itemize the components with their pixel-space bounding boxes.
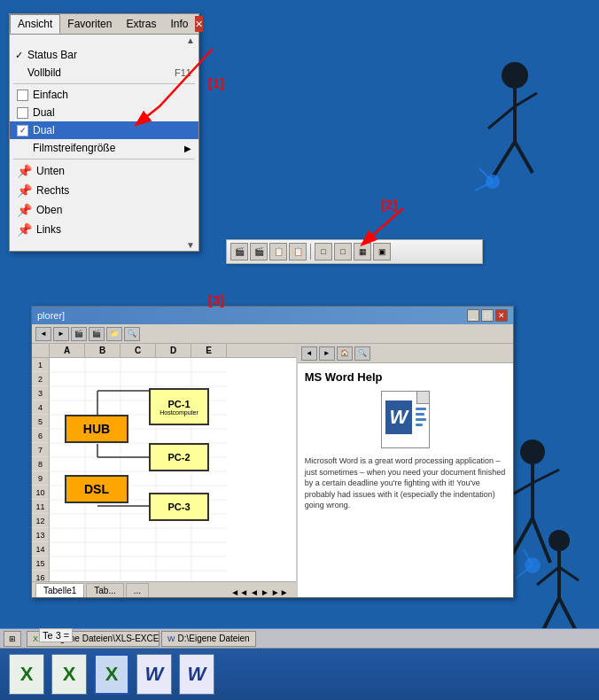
svg-point-15 bbox=[548, 530, 570, 551]
explorer-toolbar: ◄ ► 🎬 🎬 📁 🔍 bbox=[32, 324, 513, 344]
col-header-c[interactable]: C bbox=[121, 344, 156, 357]
explorer-content: A B C D E 1 2 3 4 5 6 7 8 9 bbox=[32, 344, 513, 597]
excel-tab-2[interactable]: Tab... bbox=[86, 583, 123, 597]
excel-body: 1 2 3 4 5 6 7 8 9 10 11 12 13 14 15 16 1 bbox=[32, 358, 296, 581]
statusbar-checkmark: ✓ bbox=[15, 50, 23, 61]
col-header-a[interactable]: A bbox=[50, 344, 85, 357]
explorer-minimize-btn[interactable]: _ bbox=[467, 309, 479, 322]
app-icon-excel-1[interactable]: X bbox=[9, 654, 44, 695]
menu-tab-ansicht[interactable]: Ansicht bbox=[10, 14, 60, 34]
col-header-b[interactable]: B bbox=[85, 344, 121, 357]
excel-tab-1[interactable]: Tabelle1 bbox=[35, 583, 84, 597]
word-icon-1: W bbox=[167, 634, 175, 643]
explorer-window: plorer] _ □ ✕ ◄ ► 🎬 🎬 📁 🔍 A B C D E bbox=[31, 306, 514, 598]
toolbar-btn-3[interactable]: 📋 bbox=[269, 243, 287, 261]
row-num-8: 8 bbox=[32, 457, 49, 471]
excel-row-numbers: 1 2 3 4 5 6 7 8 9 10 11 12 13 14 15 16 1 bbox=[32, 358, 50, 581]
formula-display: Te 3 = bbox=[39, 628, 73, 642]
word-app-symbol-1: W bbox=[145, 663, 164, 686]
menu-item-oben[interactable]: 📌 Oben bbox=[10, 200, 198, 220]
excel-icon-1: X bbox=[33, 634, 38, 643]
word-help-pane: ◄ ► 🏠 🔍 MS Word Help W bbox=[297, 344, 513, 597]
row-num-1: 1 bbox=[32, 358, 49, 372]
excel-column-headers: A B C D E bbox=[32, 344, 296, 358]
explorer-titlebar: plorer] _ □ ✕ bbox=[32, 307, 513, 324]
toolbar-icon-4[interactable]: 🔍 bbox=[124, 327, 140, 341]
annotation-3: [3] bbox=[208, 292, 224, 307]
menu-separator-2 bbox=[13, 159, 195, 159]
toolbar-icon-3[interactable]: 📁 bbox=[106, 327, 122, 341]
word-app-symbol-2: W bbox=[188, 663, 206, 686]
menu-item-unten[interactable]: 📌 Unten bbox=[10, 161, 198, 181]
toolbar-btn-4[interactable]: 📋 bbox=[289, 243, 307, 261]
menu-item-links[interactable]: 📌 Links bbox=[10, 220, 198, 239]
menu-tabs-row: Ansicht Favoriten Extras Info ✕ bbox=[10, 14, 198, 35]
word-toolbar-btn-4[interactable]: 🔍 bbox=[354, 346, 370, 361]
col-header-d[interactable]: D bbox=[156, 344, 191, 357]
svg-line-2 bbox=[488, 106, 515, 128]
col-header-e[interactable]: E bbox=[191, 344, 227, 357]
row-num-7: 7 bbox=[32, 443, 49, 457]
menu-item-statusbar-label: Status Bar bbox=[27, 49, 77, 61]
hub-box: HUB bbox=[65, 415, 128, 443]
word-icon-doc: W bbox=[381, 391, 430, 448]
row-num-15: 15 bbox=[32, 556, 49, 571]
row-num-2: 2 bbox=[32, 372, 49, 386]
toolbar-icon-2[interactable]: 🎬 bbox=[89, 327, 105, 341]
word-pane-title: MS Word Help bbox=[305, 370, 506, 384]
menu-tab-info[interactable]: Info bbox=[163, 15, 195, 33]
app-icon-excel-2[interactable]: X bbox=[51, 654, 87, 695]
einfach-checkbox[interactable] bbox=[17, 89, 28, 101]
nav-back-btn[interactable]: ◄ bbox=[35, 327, 51, 341]
menu-item-rechts[interactable]: 📌 Rechts bbox=[10, 181, 198, 200]
app-icon-word-2[interactable]: W bbox=[179, 654, 214, 695]
row-num-9: 9 bbox=[32, 471, 49, 486]
row-num-5: 5 bbox=[32, 415, 49, 429]
start-area[interactable]: ⊞ bbox=[4, 631, 21, 647]
excel-grid-area[interactable]: HUB DSL PC-1 Hostcomputer bbox=[50, 358, 296, 581]
taskbar-item-word-1[interactable]: W D:\Eigene Dateien bbox=[161, 631, 256, 647]
nav-fwd-btn[interactable]: ► bbox=[53, 327, 69, 341]
word-icon-area: W bbox=[305, 391, 506, 448]
menu-item-einfach-label: Einfach bbox=[33, 89, 68, 101]
menu-item-filmstreife[interactable]: Filmstreifengröße ▶ bbox=[10, 139, 198, 157]
svg-line-18 bbox=[559, 567, 579, 580]
menu-tab-extras[interactable]: Extras bbox=[119, 15, 163, 33]
toolbar-btn-2[interactable]: 🎬 bbox=[250, 243, 268, 261]
menu-item-vollbild-label: Vollbild bbox=[27, 66, 61, 79]
row-num-12: 12 bbox=[32, 514, 49, 528]
svg-line-17 bbox=[537, 567, 559, 585]
word-toolbar-btn-1[interactable]: ◄ bbox=[301, 346, 317, 361]
explorer-close-btn[interactable]: ✕ bbox=[495, 309, 508, 322]
filmstreife-submenu-arrow: ▶ bbox=[184, 144, 191, 153]
menu-item-links-label: Links bbox=[36, 223, 61, 236]
excel-sheet-tabs: Tabelle1 Tab... ... ◄◄ ◄ ► ►► bbox=[32, 581, 296, 597]
menu-tab-favoriten[interactable]: Favoriten bbox=[60, 15, 119, 33]
dual-checked-checkbox[interactable]: ✓ bbox=[17, 125, 28, 136]
menu-close-button[interactable]: ✕ bbox=[195, 16, 203, 32]
toolbar-btn-1[interactable]: 🎬 bbox=[230, 243, 248, 261]
taskbar-item-2-label: D:\Eigene Dateien bbox=[178, 634, 250, 643]
word-toolbar-btn-3[interactable]: 🏠 bbox=[337, 346, 353, 361]
pc1-sub-label: Hostcomputer bbox=[159, 409, 198, 416]
explorer-maximize-btn[interactable]: □ bbox=[481, 309, 494, 322]
toolbar-icon-1[interactable]: 🎬 bbox=[71, 327, 87, 341]
annotation-2: [2] bbox=[381, 197, 397, 212]
app-icon-excel-3[interactable]: X bbox=[94, 654, 129, 695]
pc3-box: PC-3 bbox=[149, 493, 209, 521]
taskbar: ⊞ X D:\Eigene Dateien\XLS-EXCEL\ W D:\Ei… bbox=[0, 628, 599, 700]
excel-tab-3[interactable]: ... bbox=[126, 583, 149, 597]
menu-item-filmstreife-label: Filmstreifengröße bbox=[33, 142, 115, 154]
taskbar-top-strip: ⊞ X D:\Eigene Dateien\XLS-EXCEL\ W D:\Ei… bbox=[0, 629, 599, 649]
unten-icon: 📌 bbox=[17, 164, 32, 178]
svg-line-5 bbox=[515, 142, 533, 173]
app-icon-word-1[interactable]: W bbox=[136, 654, 172, 695]
network-diagram: HUB DSL PC-1 Hostcomputer bbox=[60, 369, 220, 555]
excel-app-symbol-1: X bbox=[20, 663, 34, 686]
arrow-2 bbox=[310, 195, 443, 266]
menu-item-dual-unchecked-label: Dual bbox=[33, 106, 55, 119]
word-pane-toolbar: ◄ ► 🏠 🔍 bbox=[298, 344, 513, 363]
word-toolbar-btn-2[interactable]: ► bbox=[319, 346, 335, 361]
dual-unchecked-checkbox[interactable] bbox=[17, 107, 28, 119]
scroll-down-button[interactable]: ▼ bbox=[10, 239, 198, 251]
